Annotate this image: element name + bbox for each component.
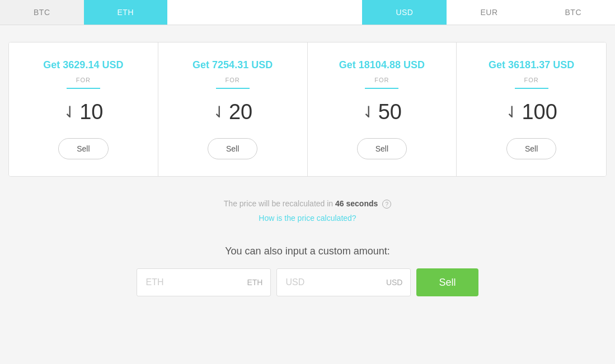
tab-eur-right[interactable]: EUR: [447, 0, 531, 25]
sell-button-10[interactable]: Sell: [58, 138, 108, 159]
right-tab-group: USD EUR BTC: [362, 0, 615, 25]
price-card-10eth: Get 3629.14 USD FOR ⇃10 Sell: [9, 42, 158, 176]
sell-button-100[interactable]: Sell: [506, 138, 556, 159]
card-divider-50: [365, 88, 398, 89]
eth-symbol-10: ⇃: [63, 103, 76, 121]
eth-input-wrapper: ETH: [137, 268, 271, 296]
sell-button-50[interactable]: Sell: [357, 138, 407, 159]
custom-amount-title: You can also input a custom amount:: [8, 245, 607, 257]
get-amount-50: Get 18104.88 USD: [319, 59, 445, 71]
card-divider-20: [216, 88, 250, 89]
eth-amount-20: ⇃20: [170, 100, 296, 124]
tab-btc-right[interactable]: BTC: [532, 0, 616, 25]
left-tab-group: BTC ETH: [0, 0, 167, 25]
get-amount-10: Get 3629.14 USD: [20, 59, 147, 71]
usd-input-wrapper: USD: [276, 268, 411, 296]
how-calculated-link[interactable]: How is the price calculated?: [259, 214, 356, 223]
recalc-prefix: The price will be recalculated in: [224, 199, 333, 208]
eth-symbol-100: ⇃: [505, 103, 518, 121]
eth-input[interactable]: [137, 268, 271, 296]
info-section: The price will be recalculated in 46 sec…: [8, 193, 607, 229]
custom-inputs-row: ETH USD Sell: [8, 268, 607, 296]
get-amount-20: Get 7254.31 USD: [170, 59, 296, 71]
tab-btc-left[interactable]: BTC: [0, 0, 84, 25]
get-amount-100: Get 36181.37 USD: [468, 59, 595, 71]
pricing-cards: Get 3629.14 USD FOR ⇃10 Sell Get 7254.31…: [8, 42, 607, 177]
main-content: Get 3629.14 USD FOR ⇃10 Sell Get 7254.31…: [0, 25, 615, 313]
for-label-50: FOR: [319, 77, 445, 83]
tab-eth-left[interactable]: ETH: [84, 0, 168, 25]
tab-usd-right[interactable]: USD: [362, 0, 447, 25]
eth-amount-50: ⇃50: [319, 100, 445, 124]
for-label-10: FOR: [20, 77, 147, 83]
eth-amount-10: ⇃10: [20, 100, 147, 124]
custom-amount-section: You can also input a custom amount: ETH …: [8, 245, 607, 296]
price-card-100eth: Get 36181.37 USD FOR ⇃100 Sell: [457, 42, 606, 176]
eth-amount-100: ⇃100: [468, 100, 595, 124]
card-divider-10: [67, 88, 100, 89]
usd-input[interactable]: [276, 268, 411, 296]
help-icon[interactable]: ?: [382, 200, 391, 209]
custom-sell-button[interactable]: Sell: [416, 268, 478, 296]
for-label-20: FOR: [170, 77, 296, 83]
recalc-seconds: 46 seconds: [335, 199, 378, 208]
sell-button-20[interactable]: Sell: [208, 138, 257, 159]
price-card-20eth: Get 7254.31 USD FOR ⇃20 Sell: [158, 42, 308, 176]
recalculation-notice: The price will be recalculated in 46 sec…: [8, 199, 607, 209]
card-divider-100: [515, 88, 548, 89]
top-navigation: BTC ETH USD EUR BTC: [0, 0, 615, 25]
for-label-100: FOR: [468, 77, 595, 83]
eth-symbol-20: ⇃: [213, 103, 226, 121]
price-card-50eth: Get 18104.88 USD FOR ⇃50 Sell: [308, 42, 457, 176]
eth-symbol-50: ⇃: [362, 103, 375, 121]
